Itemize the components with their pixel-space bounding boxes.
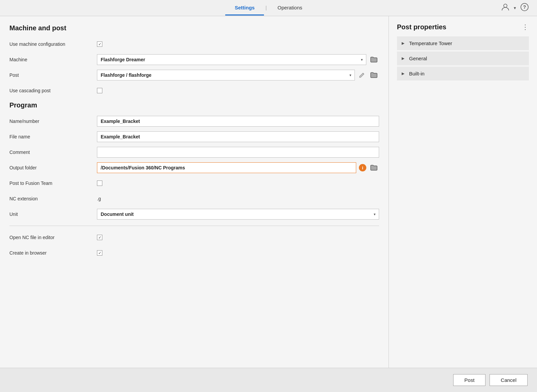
file-name-control	[97, 131, 379, 142]
name-number-control	[97, 116, 379, 127]
name-number-label: Name/number	[9, 119, 97, 124]
profile-icon-btn[interactable]	[500, 1, 511, 14]
machine-select[interactable]: Flashforge Dreamer	[97, 54, 366, 65]
cancel-button[interactable]: Cancel	[490, 374, 528, 386]
nc-extension-control: .g	[97, 196, 379, 201]
unit-select[interactable]: Document unit Inches Millimeters	[97, 209, 379, 220]
nc-extension-row: NC extension .g	[9, 193, 379, 204]
bottom-bar: Post Cancel	[0, 368, 537, 392]
machine-select-wrapper: Flashforge Dreamer ▾	[97, 54, 366, 65]
nc-editor-checkmark: ✓	[98, 235, 101, 240]
comment-input[interactable]	[97, 147, 379, 158]
help-icon-btn[interactable]: ?	[519, 1, 530, 14]
create-in-browser-checkbox[interactable]: ✓	[97, 250, 102, 256]
svg-text:?: ?	[523, 4, 526, 10]
name-number-input[interactable]	[97, 116, 379, 127]
left-panel: Machine and post Use machine configurati…	[0, 16, 389, 368]
open-nc-editor-checkbox[interactable]: ✓	[97, 235, 102, 240]
use-machine-config-label: Use machine configuration	[9, 41, 97, 47]
machine-control: Flashforge Dreamer ▾	[97, 54, 379, 65]
main-content: Machine and post Use machine configurati…	[0, 16, 537, 368]
use-machine-config-control: ✓	[97, 41, 379, 47]
machine-folder-btn[interactable]	[369, 55, 379, 64]
built-in-arrow-icon: ▶	[402, 71, 404, 76]
create-in-browser-control: ✓	[97, 250, 379, 256]
post-row: Post Flashforge / flashforge ▾	[9, 70, 379, 80]
comment-control	[97, 147, 379, 158]
file-name-label: File name	[9, 134, 97, 139]
use-machine-config-row: Use machine configuration ✓	[9, 39, 379, 50]
post-to-fusion-team-control	[97, 181, 379, 186]
nav-tabs: Settings | Operations	[225, 1, 311, 15]
nc-extension-value: .g	[97, 196, 101, 201]
post-to-fusion-team-row: Post to Fusion Team	[9, 178, 379, 189]
post-to-fusion-team-label: Post to Fusion Team	[9, 181, 97, 186]
unit-select-wrapper: Document unit Inches Millimeters ▾	[97, 209, 379, 220]
prop-item-general[interactable]: ▶ General	[397, 52, 529, 65]
tab-settings[interactable]: Settings	[225, 1, 264, 15]
dropdown-icon-btn[interactable]: ▾	[512, 4, 517, 12]
post-props-more-btn[interactable]: ⋮	[522, 23, 529, 31]
file-name-row: File name	[9, 131, 379, 142]
prop-item-built-in[interactable]: ▶ Built-in	[397, 67, 529, 80]
unit-label: Unit	[9, 211, 97, 217]
use-cascading-post-checkbox[interactable]	[97, 88, 102, 93]
open-nc-editor-control: ✓	[97, 235, 379, 240]
post-label: Post	[9, 72, 97, 78]
create-in-browser-row: Create in browser ✓	[9, 248, 379, 258]
post-folder-btn[interactable]	[369, 71, 379, 79]
program-heading: Program	[9, 101, 379, 109]
post-props-header: Post properties ⋮	[397, 23, 529, 31]
output-folder-btn[interactable]	[369, 163, 379, 172]
machine-post-heading: Machine and post	[9, 24, 379, 32]
use-machine-config-checkbox[interactable]: ✓	[97, 41, 102, 47]
general-arrow-icon: ▶	[402, 56, 404, 61]
output-folder-row: Output folder i	[9, 162, 379, 173]
svg-point-0	[504, 4, 507, 7]
prop-item-temperature-tower[interactable]: ▶ Temperature Tower	[397, 36, 529, 50]
tab-operations[interactable]: Operations	[268, 1, 311, 15]
open-nc-editor-label: Open NC file in editor	[9, 235, 97, 240]
built-in-label: Built-in	[409, 71, 425, 76]
nc-extension-label: NC extension	[9, 196, 97, 201]
section-divider	[9, 226, 379, 226]
post-props-title: Post properties	[397, 23, 446, 31]
tab-divider: |	[264, 1, 268, 15]
temperature-tower-label: Temperature Tower	[409, 40, 452, 46]
create-in-browser-label: Create in browser	[9, 250, 97, 256]
use-cascading-post-label: Use cascading post	[9, 88, 97, 93]
output-folder-control: i	[97, 162, 379, 173]
post-control: Flashforge / flashforge ▾	[97, 70, 379, 80]
browser-checkmark: ✓	[98, 251, 101, 255]
checkbox-checkmark: ✓	[98, 42, 101, 46]
nav-icons: ▾ ?	[500, 1, 530, 14]
post-select-wrapper: Flashforge / flashforge ▾	[97, 70, 355, 80]
use-cascading-post-row: Use cascading post	[9, 85, 379, 96]
unit-row: Unit Document unit Inches Millimeters ▾	[9, 209, 379, 220]
general-label: General	[409, 56, 427, 61]
right-panel: Post properties ⋮ ▶ Temperature Tower ▶ …	[389, 16, 537, 368]
post-button[interactable]: Post	[453, 374, 485, 386]
name-number-row: Name/number	[9, 116, 379, 127]
post-edit-btn[interactable]	[358, 71, 366, 79]
unit-control: Document unit Inches Millimeters ▾	[97, 209, 379, 220]
output-folder-input[interactable]	[97, 162, 356, 173]
comment-label: Comment	[9, 150, 97, 155]
comment-row: Comment	[9, 147, 379, 158]
top-nav: Settings | Operations ▾ ?	[0, 0, 537, 16]
machine-label: Machine	[9, 57, 97, 62]
temperature-tower-arrow-icon: ▶	[402, 41, 404, 45]
output-folder-info-icon[interactable]: i	[359, 164, 366, 171]
post-select[interactable]: Flashforge / flashforge	[97, 70, 355, 80]
post-to-fusion-team-checkbox[interactable]	[97, 181, 102, 186]
machine-row: Machine Flashforge Dreamer ▾	[9, 54, 379, 65]
file-name-input[interactable]	[97, 131, 379, 142]
open-nc-editor-row: Open NC file in editor ✓	[9, 232, 379, 243]
use-cascading-post-control	[97, 88, 379, 93]
output-folder-label: Output folder	[9, 165, 97, 170]
